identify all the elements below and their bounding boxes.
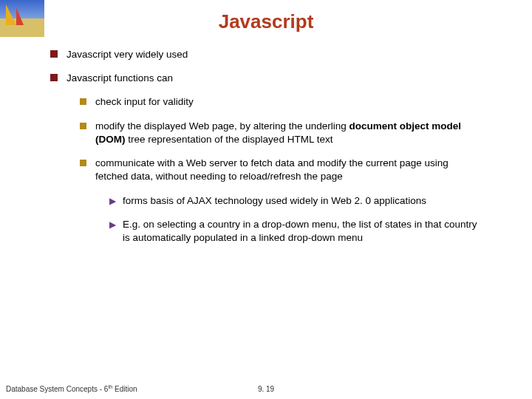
- bullet-text: forms basis of AJAX technology used wide…: [123, 194, 426, 208]
- bullet-level2: modify the displayed Web page, by alteri…: [80, 120, 482, 146]
- bullet-text: communicate with a Web server to fetch d…: [95, 157, 482, 183]
- bullet-text: modify the displayed Web page, by alteri…: [95, 120, 482, 146]
- dot-bullet-icon: [80, 98, 86, 105]
- bullet-level1: Javascript very widely used: [50, 48, 482, 61]
- square-bullet-icon: [50, 74, 58, 81]
- slide-body: Javascript very widely used Javascript f…: [0, 48, 532, 245]
- logo-image: [0, 0, 44, 37]
- arrow-bullet-icon: ▶: [109, 195, 115, 208]
- dot-bullet-icon: [80, 160, 86, 166]
- dot-bullet-icon: [80, 123, 86, 129]
- bullet-level3: ▶ forms basis of AJAX technology used wi…: [109, 194, 482, 208]
- square-bullet-icon: [50, 50, 58, 58]
- bullet-text: E.g. on selecting a country in a drop-do…: [123, 218, 482, 245]
- bullet-level3: ▶ E.g. on selecting a country in a drop-…: [109, 218, 482, 245]
- arrow-bullet-icon: ▶: [109, 219, 115, 245]
- bullet-text: check input for validity: [95, 95, 194, 109]
- bullet-level2: check input for validity: [80, 95, 482, 109]
- footer-page-number: 9. 19: [0, 385, 532, 393]
- bullet-text: Javascript functions can: [66, 72, 173, 85]
- bullet-level1: Javascript functions can: [50, 72, 482, 85]
- slide-title: Javascript: [0, 0, 532, 48]
- bullet-text: Javascript very widely used: [66, 48, 188, 61]
- bullet-level2: communicate with a Web server to fetch d…: [80, 157, 482, 183]
